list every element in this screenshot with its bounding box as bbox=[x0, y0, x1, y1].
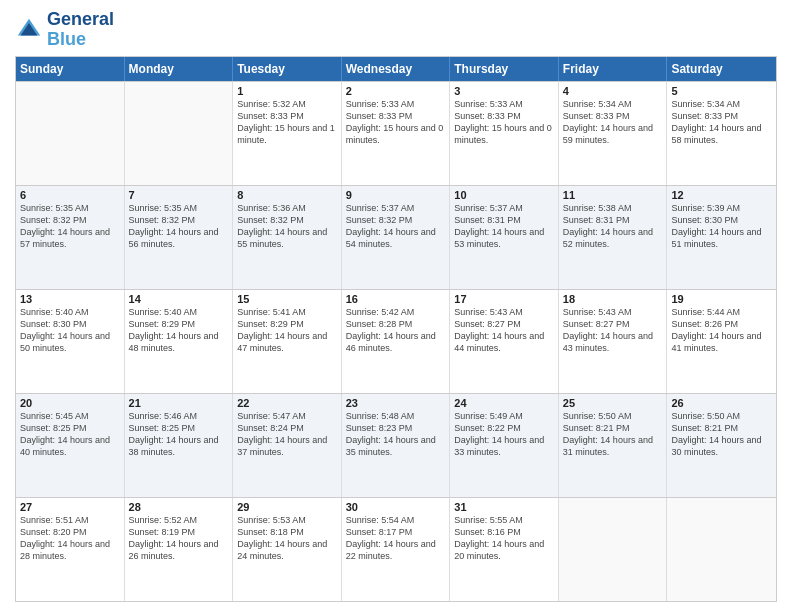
calendar-cell: 16Sunrise: 5:42 AM Sunset: 8:28 PM Dayli… bbox=[342, 290, 451, 393]
day-info: Sunrise: 5:49 AM Sunset: 8:22 PM Dayligh… bbox=[454, 410, 554, 459]
day-info: Sunrise: 5:39 AM Sunset: 8:30 PM Dayligh… bbox=[671, 202, 772, 251]
day-number: 29 bbox=[237, 501, 337, 513]
day-number: 23 bbox=[346, 397, 446, 409]
day-info: Sunrise: 5:47 AM Sunset: 8:24 PM Dayligh… bbox=[237, 410, 337, 459]
day-number: 21 bbox=[129, 397, 229, 409]
day-number: 20 bbox=[20, 397, 120, 409]
calendar-cell bbox=[667, 498, 776, 601]
day-info: Sunrise: 5:34 AM Sunset: 8:33 PM Dayligh… bbox=[563, 98, 663, 147]
day-number: 15 bbox=[237, 293, 337, 305]
day-info: Sunrise: 5:33 AM Sunset: 8:33 PM Dayligh… bbox=[346, 98, 446, 147]
calendar-cell: 22Sunrise: 5:47 AM Sunset: 8:24 PM Dayli… bbox=[233, 394, 342, 497]
day-number: 2 bbox=[346, 85, 446, 97]
day-of-week-header: Thursday bbox=[450, 57, 559, 81]
calendar-cell: 24Sunrise: 5:49 AM Sunset: 8:22 PM Dayli… bbox=[450, 394, 559, 497]
logo-text: General Blue bbox=[47, 10, 114, 50]
day-info: Sunrise: 5:34 AM Sunset: 8:33 PM Dayligh… bbox=[671, 98, 772, 147]
day-number: 27 bbox=[20, 501, 120, 513]
calendar-cell: 20Sunrise: 5:45 AM Sunset: 8:25 PM Dayli… bbox=[16, 394, 125, 497]
calendar-cell: 9Sunrise: 5:37 AM Sunset: 8:32 PM Daylig… bbox=[342, 186, 451, 289]
day-number: 1 bbox=[237, 85, 337, 97]
day-info: Sunrise: 5:51 AM Sunset: 8:20 PM Dayligh… bbox=[20, 514, 120, 563]
calendar-cell: 28Sunrise: 5:52 AM Sunset: 8:19 PM Dayli… bbox=[125, 498, 234, 601]
day-info: Sunrise: 5:44 AM Sunset: 8:26 PM Dayligh… bbox=[671, 306, 772, 355]
day-number: 11 bbox=[563, 189, 663, 201]
day-info: Sunrise: 5:50 AM Sunset: 8:21 PM Dayligh… bbox=[563, 410, 663, 459]
day-number: 4 bbox=[563, 85, 663, 97]
logo-icon bbox=[15, 16, 43, 44]
calendar-cell: 30Sunrise: 5:54 AM Sunset: 8:17 PM Dayli… bbox=[342, 498, 451, 601]
calendar-cell: 29Sunrise: 5:53 AM Sunset: 8:18 PM Dayli… bbox=[233, 498, 342, 601]
calendar-cell: 19Sunrise: 5:44 AM Sunset: 8:26 PM Dayli… bbox=[667, 290, 776, 393]
calendar-cell: 26Sunrise: 5:50 AM Sunset: 8:21 PM Dayli… bbox=[667, 394, 776, 497]
calendar-header-row: SundayMondayTuesdayWednesdayThursdayFrid… bbox=[16, 57, 776, 81]
calendar: SundayMondayTuesdayWednesdayThursdayFrid… bbox=[15, 56, 777, 602]
day-info: Sunrise: 5:35 AM Sunset: 8:32 PM Dayligh… bbox=[129, 202, 229, 251]
day-number: 18 bbox=[563, 293, 663, 305]
header: General Blue bbox=[15, 10, 777, 50]
day-of-week-header: Wednesday bbox=[342, 57, 451, 81]
calendar-cell: 10Sunrise: 5:37 AM Sunset: 8:31 PM Dayli… bbox=[450, 186, 559, 289]
day-info: Sunrise: 5:37 AM Sunset: 8:32 PM Dayligh… bbox=[346, 202, 446, 251]
calendar-cell bbox=[125, 82, 234, 185]
day-info: Sunrise: 5:43 AM Sunset: 8:27 PM Dayligh… bbox=[563, 306, 663, 355]
day-info: Sunrise: 5:53 AM Sunset: 8:18 PM Dayligh… bbox=[237, 514, 337, 563]
day-number: 22 bbox=[237, 397, 337, 409]
day-info: Sunrise: 5:40 AM Sunset: 8:30 PM Dayligh… bbox=[20, 306, 120, 355]
day-of-week-header: Saturday bbox=[667, 57, 776, 81]
calendar-cell bbox=[559, 498, 668, 601]
logo: General Blue bbox=[15, 10, 114, 50]
calendar-cell: 8Sunrise: 5:36 AM Sunset: 8:32 PM Daylig… bbox=[233, 186, 342, 289]
day-number: 30 bbox=[346, 501, 446, 513]
calendar-body: 1Sunrise: 5:32 AM Sunset: 8:33 PM Daylig… bbox=[16, 81, 776, 601]
calendar-cell: 21Sunrise: 5:46 AM Sunset: 8:25 PM Dayli… bbox=[125, 394, 234, 497]
calendar-cell: 25Sunrise: 5:50 AM Sunset: 8:21 PM Dayli… bbox=[559, 394, 668, 497]
calendar-cell: 13Sunrise: 5:40 AM Sunset: 8:30 PM Dayli… bbox=[16, 290, 125, 393]
day-info: Sunrise: 5:36 AM Sunset: 8:32 PM Dayligh… bbox=[237, 202, 337, 251]
calendar-cell: 7Sunrise: 5:35 AM Sunset: 8:32 PM Daylig… bbox=[125, 186, 234, 289]
day-number: 28 bbox=[129, 501, 229, 513]
day-info: Sunrise: 5:32 AM Sunset: 8:33 PM Dayligh… bbox=[237, 98, 337, 147]
calendar-cell: 6Sunrise: 5:35 AM Sunset: 8:32 PM Daylig… bbox=[16, 186, 125, 289]
day-info: Sunrise: 5:37 AM Sunset: 8:31 PM Dayligh… bbox=[454, 202, 554, 251]
calendar-cell: 1Sunrise: 5:32 AM Sunset: 8:33 PM Daylig… bbox=[233, 82, 342, 185]
day-of-week-header: Sunday bbox=[16, 57, 125, 81]
day-info: Sunrise: 5:48 AM Sunset: 8:23 PM Dayligh… bbox=[346, 410, 446, 459]
day-number: 6 bbox=[20, 189, 120, 201]
day-number: 17 bbox=[454, 293, 554, 305]
day-of-week-header: Friday bbox=[559, 57, 668, 81]
day-number: 9 bbox=[346, 189, 446, 201]
calendar-cell: 12Sunrise: 5:39 AM Sunset: 8:30 PM Dayli… bbox=[667, 186, 776, 289]
day-info: Sunrise: 5:50 AM Sunset: 8:21 PM Dayligh… bbox=[671, 410, 772, 459]
day-number: 8 bbox=[237, 189, 337, 201]
calendar-cell: 15Sunrise: 5:41 AM Sunset: 8:29 PM Dayli… bbox=[233, 290, 342, 393]
day-info: Sunrise: 5:33 AM Sunset: 8:33 PM Dayligh… bbox=[454, 98, 554, 147]
calendar-cell: 23Sunrise: 5:48 AM Sunset: 8:23 PM Dayli… bbox=[342, 394, 451, 497]
day-info: Sunrise: 5:45 AM Sunset: 8:25 PM Dayligh… bbox=[20, 410, 120, 459]
calendar-cell: 4Sunrise: 5:34 AM Sunset: 8:33 PM Daylig… bbox=[559, 82, 668, 185]
day-number: 24 bbox=[454, 397, 554, 409]
day-info: Sunrise: 5:35 AM Sunset: 8:32 PM Dayligh… bbox=[20, 202, 120, 251]
day-number: 7 bbox=[129, 189, 229, 201]
day-number: 3 bbox=[454, 85, 554, 97]
day-info: Sunrise: 5:42 AM Sunset: 8:28 PM Dayligh… bbox=[346, 306, 446, 355]
calendar-cell: 31Sunrise: 5:55 AM Sunset: 8:16 PM Dayli… bbox=[450, 498, 559, 601]
calendar-cell bbox=[16, 82, 125, 185]
day-number: 10 bbox=[454, 189, 554, 201]
day-of-week-header: Tuesday bbox=[233, 57, 342, 81]
day-number: 25 bbox=[563, 397, 663, 409]
calendar-cell: 14Sunrise: 5:40 AM Sunset: 8:29 PM Dayli… bbox=[125, 290, 234, 393]
calendar-week: 13Sunrise: 5:40 AM Sunset: 8:30 PM Dayli… bbox=[16, 289, 776, 393]
calendar-cell: 17Sunrise: 5:43 AM Sunset: 8:27 PM Dayli… bbox=[450, 290, 559, 393]
page: General Blue SundayMondayTuesdayWednesda… bbox=[0, 0, 792, 612]
day-number: 14 bbox=[129, 293, 229, 305]
day-number: 13 bbox=[20, 293, 120, 305]
day-info: Sunrise: 5:43 AM Sunset: 8:27 PM Dayligh… bbox=[454, 306, 554, 355]
calendar-cell: 27Sunrise: 5:51 AM Sunset: 8:20 PM Dayli… bbox=[16, 498, 125, 601]
calendar-cell: 5Sunrise: 5:34 AM Sunset: 8:33 PM Daylig… bbox=[667, 82, 776, 185]
day-info: Sunrise: 5:55 AM Sunset: 8:16 PM Dayligh… bbox=[454, 514, 554, 563]
day-number: 5 bbox=[671, 85, 772, 97]
day-info: Sunrise: 5:41 AM Sunset: 8:29 PM Dayligh… bbox=[237, 306, 337, 355]
day-info: Sunrise: 5:46 AM Sunset: 8:25 PM Dayligh… bbox=[129, 410, 229, 459]
day-number: 26 bbox=[671, 397, 772, 409]
